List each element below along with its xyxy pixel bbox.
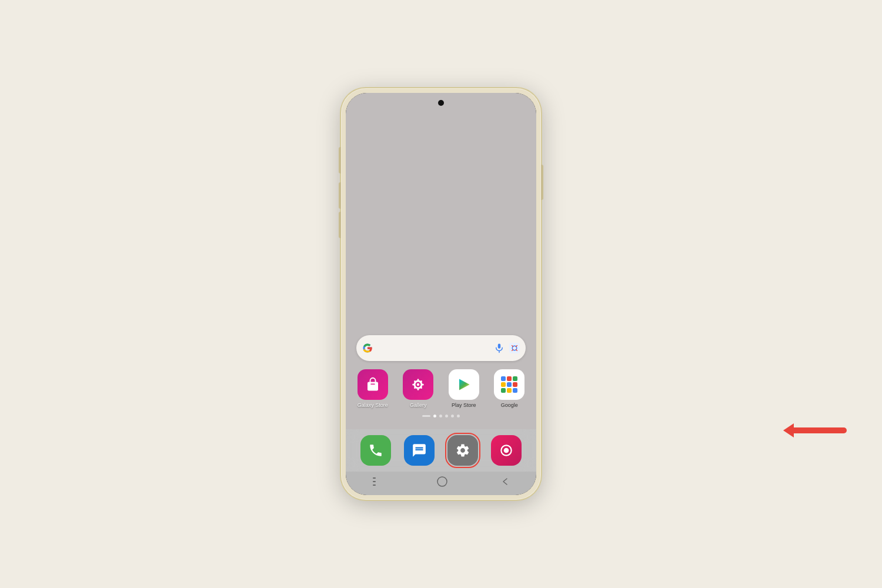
arrow-body [794, 427, 847, 433]
svg-point-10 [417, 389, 419, 390]
nav-recent-button[interactable] [373, 477, 383, 486]
scene: Galaxy Store [0, 0, 882, 588]
svg-point-15 [420, 380, 422, 382]
nav-home-button[interactable] [437, 476, 447, 487]
svg-rect-0 [498, 344, 501, 349]
phone-screen: Galaxy Store [346, 93, 536, 495]
app-grid: Galaxy Store [352, 369, 530, 409]
svg-point-16 [414, 387, 416, 389]
svg-point-13 [414, 380, 416, 382]
svg-point-23 [437, 477, 447, 486]
dock-settings-icon[interactable] [447, 435, 478, 466]
svg-point-14 [420, 387, 422, 389]
svg-rect-5 [370, 384, 375, 385]
page-indicator-line [422, 415, 430, 417]
gallery-icon [403, 369, 433, 400]
app-item-galaxy-store[interactable]: Galaxy Store [352, 369, 394, 409]
phone-bezel: Galaxy Store [346, 93, 536, 495]
svg-rect-21 [373, 481, 376, 482]
galaxy-store-icon [358, 369, 388, 400]
svg-marker-17 [459, 379, 470, 390]
svg-rect-2 [509, 343, 520, 353]
nav-back-button[interactable] [501, 477, 509, 486]
svg-point-8 [417, 383, 420, 386]
svg-rect-20 [373, 477, 376, 479]
galaxy-store-label: Galaxy Store [358, 402, 388, 409]
page-dot-3 [445, 415, 448, 417]
camera-dot [438, 100, 444, 106]
arrow-head [783, 423, 794, 437]
svg-point-11 [413, 384, 415, 386]
page-dot-4 [451, 415, 454, 417]
app-item-play-store[interactable]: Play Store [443, 369, 485, 409]
microphone-icon[interactable] [494, 343, 505, 353]
page-indicators [346, 415, 536, 417]
dock [346, 429, 536, 472]
wallpaper: Galaxy Store [346, 93, 536, 429]
play-store-icon [449, 369, 479, 400]
play-store-label: Play Store [452, 402, 476, 409]
search-bar-icons [494, 343, 520, 353]
svg-point-9 [417, 379, 419, 380]
dock-screen-recorder-icon[interactable] [491, 435, 522, 466]
page-dot-2 [439, 415, 442, 417]
dock-phone-icon[interactable] [360, 435, 391, 466]
svg-rect-4 [368, 382, 378, 391]
svg-point-19 [504, 448, 509, 453]
arrow-annotation [783, 423, 847, 437]
google-g-logo [362, 343, 373, 353]
dock-messages-icon[interactable] [404, 435, 435, 466]
app-item-gallery[interactable]: Gallery [397, 369, 440, 409]
gallery-label: Gallery [410, 402, 427, 409]
app-item-google[interactable]: Google [489, 369, 531, 409]
svg-rect-22 [373, 485, 376, 486]
google-search-bar[interactable] [356, 335, 526, 361]
nav-bar [346, 472, 536, 495]
page-dot-5 [457, 415, 460, 417]
phone-shell: Galaxy Store [341, 88, 541, 500]
lens-icon[interactable] [509, 343, 520, 353]
google-label: Google [501, 402, 518, 409]
page-dot-1-active [433, 415, 436, 417]
google-icon [494, 369, 524, 400]
svg-point-12 [422, 384, 424, 386]
